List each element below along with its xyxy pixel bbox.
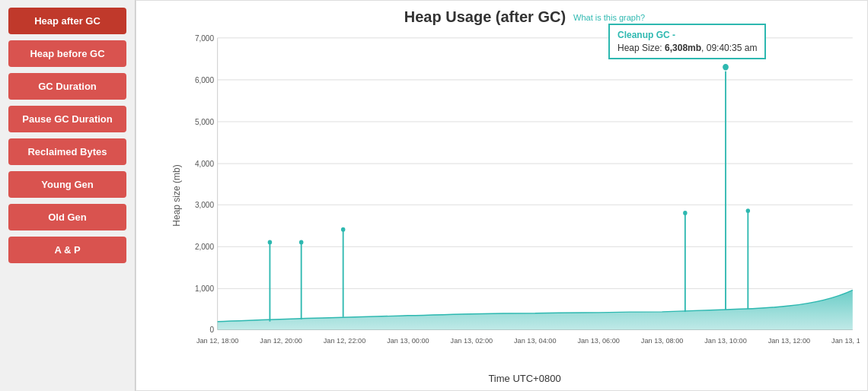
sidebar-btn-young-gen[interactable]: Young Gen — [8, 171, 126, 198]
svg-point-40 — [746, 208, 751, 213]
svg-text:Jan 12, 22:00: Jan 12, 22:00 — [324, 336, 366, 345]
svg-text:Jan 13, 06:00: Jan 13, 06:00 — [577, 336, 620, 345]
tooltip-title: Cleanup GC - — [617, 30, 757, 40]
svg-text:2,000: 2,000 — [195, 243, 214, 251]
svg-text:0: 0 — [209, 326, 214, 334]
svg-text:Jan 13, 02:00: Jan 13, 02:00 — [451, 336, 493, 345]
svg-text:4,000: 4,000 — [195, 160, 214, 168]
sidebar-btn-pause-gc-duration[interactable]: Pause GC Duration — [8, 106, 126, 132]
svg-point-36 — [683, 211, 688, 215]
tooltip-body: Heap Size: 6,308mb, 09:40:35 am — [617, 43, 757, 53]
svg-text:Jan 13, 04:00: Jan 13, 04:00 — [514, 336, 557, 345]
x-axis-label: Time UTC+0800 — [190, 373, 860, 384]
chart-area: Heap Usage (after GC) What is this graph… — [136, 0, 868, 391]
svg-text:Jan 13, 00:00: Jan 13, 00:00 — [387, 336, 429, 345]
y-axis-label: Heap size (mb) — [171, 164, 182, 226]
sidebar-btn-gc-duration[interactable]: GC Duration — [8, 73, 126, 100]
svg-point-41 — [722, 63, 729, 71]
sidebar-btn-reclaimed-bytes[interactable]: Reclaimed Bytes — [8, 138, 126, 165]
svg-text:5,000: 5,000 — [195, 118, 214, 126]
sidebar-btn-old-gen[interactable]: Old Gen — [8, 204, 126, 230]
sidebar: Heap after GC Heap before GC GC Duration… — [0, 0, 136, 391]
svg-point-34 — [341, 227, 346, 232]
svg-text:Jan 12, 18:00: Jan 12, 18:00 — [196, 336, 239, 345]
chart-title-text: Heap Usage (after GC) — [404, 8, 566, 26]
svg-text:Jan 13, 10:00: Jan 13, 10:00 — [704, 336, 747, 345]
svg-text:Jan 13, 08:00: Jan 13, 08:00 — [641, 336, 684, 345]
svg-text:Jan 13, 12:00: Jan 13, 12:00 — [768, 336, 811, 345]
svg-text:3,000: 3,000 — [195, 201, 214, 209]
svg-text:Jan 13, 14:00: Jan 13, 14:00 — [831, 336, 860, 345]
sidebar-btn-heap-before-gc[interactable]: Heap before GC — [8, 40, 126, 67]
sidebar-btn-heap-after-gc[interactable]: Heap after GC — [8, 8, 126, 34]
svg-text:Jan 12, 20:00: Jan 12, 20:00 — [260, 336, 302, 345]
svg-point-30 — [268, 240, 273, 244]
svg-point-32 — [299, 240, 304, 244]
help-link[interactable]: What is this graph? — [573, 13, 645, 22]
tooltip: Cleanup GC - Heap Size: 6,308mb, 09:40:3… — [608, 24, 766, 59]
svg-text:1,000: 1,000 — [195, 285, 214, 293]
sidebar-btn-a-and-p[interactable]: A & P — [8, 237, 126, 263]
svg-text:7,000: 7,000 — [195, 33, 214, 42]
chart-svg: 7,000 6,000 5,000 4,000 3,000 2,000 1,00… — [190, 30, 860, 352]
svg-text:6,000: 6,000 — [195, 76, 214, 84]
